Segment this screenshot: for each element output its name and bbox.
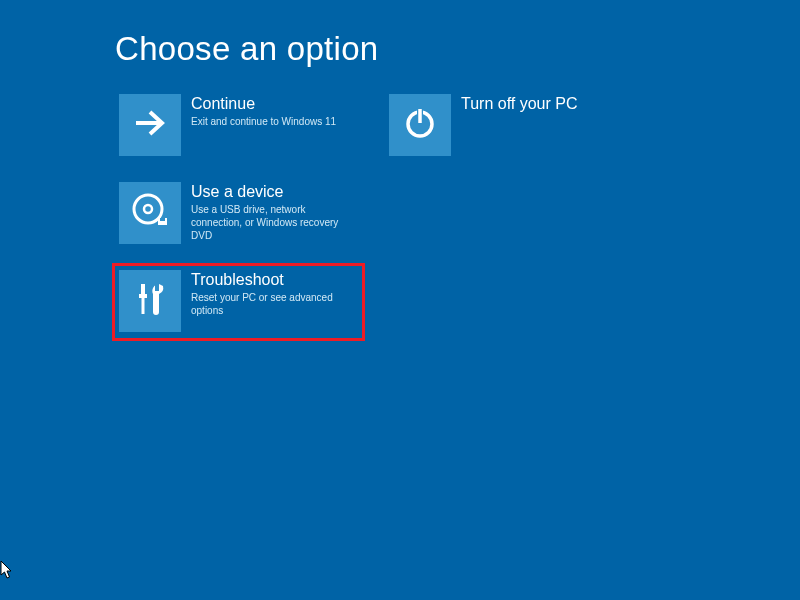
svg-point-4: [134, 195, 162, 223]
continue-text: Continue Exit and continue to Windows 11: [181, 94, 381, 128]
tools-icon: [129, 278, 171, 324]
continue-desc: Exit and continue to Windows 11: [191, 115, 356, 128]
device-icon-box: [119, 182, 181, 244]
options-row-2: Use a device Use a USB drive, network co…: [115, 178, 675, 266]
turnoff-text: Turn off your PC: [451, 94, 651, 113]
troubleshoot-desc: Reset your PC or see advanced options: [191, 291, 356, 317]
cursor-icon: [0, 560, 14, 578]
winre-container: Choose an option Continue Exit and conti…: [0, 0, 800, 359]
turnoff-title: Turn off your PC: [461, 94, 651, 113]
options-row-3: Troubleshoot Reset your PC or see advanc…: [115, 266, 675, 359]
troubleshoot-icon-box: [119, 270, 181, 332]
device-option[interactable]: Use a device Use a USB drive, network co…: [115, 178, 385, 248]
troubleshoot-title: Troubleshoot: [191, 270, 358, 289]
troubleshoot-option[interactable]: Troubleshoot Reset your PC or see advanc…: [112, 263, 365, 341]
arrow-right-icon: [130, 103, 170, 147]
page-title: Choose an option: [115, 30, 800, 68]
device-title: Use a device: [191, 182, 381, 201]
svg-point-5: [144, 205, 152, 213]
svg-rect-8: [141, 284, 145, 294]
turnoff-option[interactable]: Turn off your PC: [385, 90, 655, 160]
svg-rect-7: [160, 218, 165, 221]
troubleshoot-text: Troubleshoot Reset your PC or see advanc…: [181, 270, 358, 317]
continue-title: Continue: [191, 94, 381, 113]
continue-option[interactable]: Continue Exit and continue to Windows 11: [115, 90, 385, 160]
device-text: Use a device Use a USB drive, network co…: [181, 182, 381, 242]
svg-rect-10: [142, 298, 145, 314]
options-row-1: Continue Exit and continue to Windows 11…: [115, 90, 675, 178]
disc-icon: [128, 189, 172, 237]
power-icon: [400, 103, 440, 147]
turnoff-icon-box: [389, 94, 451, 156]
device-desc: Use a USB drive, network connection, or …: [191, 203, 356, 242]
svg-rect-9: [139, 294, 147, 298]
svg-rect-11: [155, 284, 159, 291]
continue-icon-box: [119, 94, 181, 156]
